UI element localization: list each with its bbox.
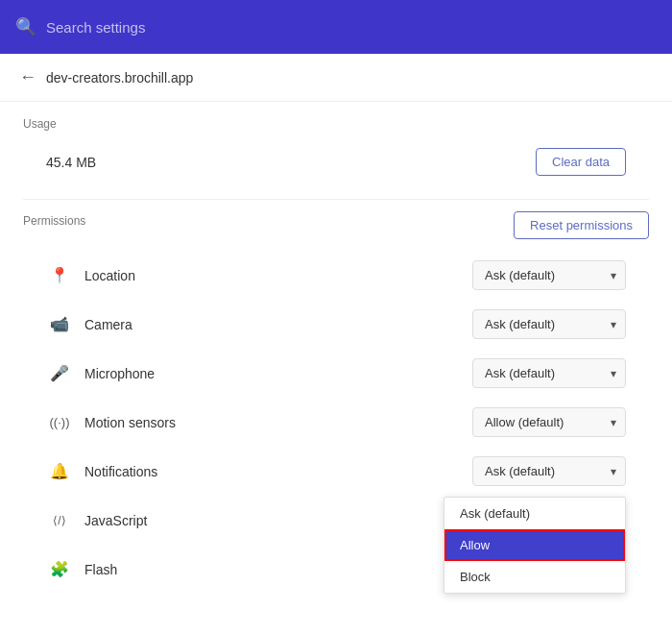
microphone-row: 🎤 Microphone Ask (default) Allow Block ▾	[23, 349, 649, 398]
microphone-select-wrapper: Ask (default) Allow Block ▾	[472, 358, 626, 388]
dropdown-ask-option[interactable]: Ask (default)	[444, 498, 625, 529]
notifications-select[interactable]: Ask (default) Allow Block	[472, 456, 626, 486]
flash-label: Flash	[84, 562, 472, 577]
reset-permissions-button[interactable]: Reset permissions	[514, 211, 649, 239]
usage-size: 45.4 MB	[46, 155, 96, 170]
search-bar: 🔍	[0, 0, 672, 54]
permissions-label: Permissions	[23, 214, 85, 228]
clear-data-button[interactable]: Clear data	[536, 148, 626, 176]
notifications-row: 🔔 Notifications Ask (default) Allow Bloc…	[23, 447, 649, 496]
camera-select-wrapper: Ask (default) Allow Block ▾	[472, 309, 626, 339]
search-icon: 🔍	[15, 16, 36, 37]
camera-label: Camera	[84, 317, 472, 332]
camera-select[interactable]: Ask (default) Allow Block	[472, 309, 626, 339]
javascript-icon: ⟨/⟩	[46, 514, 73, 527]
microphone-icon: 🎤	[46, 364, 73, 382]
dropdown-block-option[interactable]: Block	[444, 561, 625, 593]
back-nav: ← dev-creators.brochill.app	[0, 54, 672, 102]
motion-select-wrapper: Allow (default) Block ▾	[472, 407, 626, 437]
location-row: 📍 Location Ask (default) Allow Block ▾	[23, 251, 649, 300]
notifications-dropdown: Ask (default) Allow Block	[444, 497, 626, 594]
motion-select[interactable]: Allow (default) Block	[472, 407, 626, 437]
dropdown-allow-option[interactable]: Allow	[444, 529, 625, 561]
notifications-select-wrapper: Ask (default) Allow Block ▾ Ask (default…	[472, 456, 626, 486]
permissions-header: Permissions Reset permissions	[23, 204, 649, 251]
location-select-wrapper: Ask (default) Allow Block ▾	[472, 260, 626, 290]
usage-row: 45.4 MB Clear data	[23, 140, 649, 183]
location-select[interactable]: Ask (default) Allow Block	[472, 260, 626, 290]
camera-icon: 📹	[46, 315, 73, 333]
microphone-label: Microphone	[84, 366, 472, 381]
camera-row: 📹 Camera Ask (default) Allow Block ▾	[23, 300, 649, 349]
search-input[interactable]	[46, 19, 657, 36]
divider	[23, 199, 649, 200]
javascript-label: JavaScript	[84, 513, 472, 528]
motion-icon: ((·))	[46, 415, 73, 429]
back-arrow[interactable]: ←	[19, 67, 36, 87]
location-icon: 📍	[46, 266, 73, 284]
site-title: dev-creators.brochill.app	[46, 70, 193, 85]
microphone-select[interactable]: Ask (default) Allow Block	[472, 358, 626, 388]
motion-label: Motion sensors	[84, 415, 472, 430]
notifications-icon: 🔔	[46, 462, 73, 480]
location-label: Location	[84, 268, 472, 283]
usage-label: Usage	[23, 117, 649, 131]
flash-icon: 🧩	[46, 560, 73, 578]
notifications-label: Notifications	[84, 464, 472, 479]
content: Usage 45.4 MB Clear data Permissions Res…	[0, 102, 672, 609]
motion-row: ((·)) Motion sensors Allow (default) Blo…	[23, 398, 649, 447]
